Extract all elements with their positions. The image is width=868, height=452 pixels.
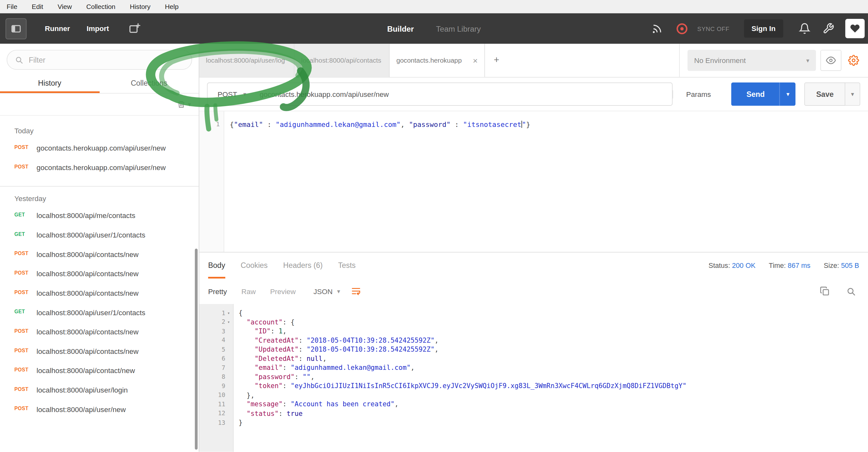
params-button[interactable]: Params (673, 90, 723, 98)
gutter-line: 12▾ (199, 409, 233, 418)
history-url: localhost:8000/api/contacts/new (36, 327, 138, 337)
satellite-icon (651, 22, 663, 34)
menu-bar: FileEditViewCollectionHistoryHelp (0, 0, 868, 13)
response-body-editor[interactable]: 1▾2▾3▾4▾5▾6▾7▾8▾9▾10▾11▾12▾13▾ { "accoun… (199, 304, 868, 452)
tab-history[interactable]: History (0, 74, 99, 93)
response-tab-body[interactable]: Body (208, 252, 225, 278)
request-tab[interactable]: gocontacts.herokuapp× (390, 44, 485, 77)
sidebar-toggle-button[interactable] (5, 18, 27, 39)
new-window-button[interactable] (125, 19, 144, 38)
history-item[interactable]: POSTlocalhost:8000/api/contacts/new (0, 283, 199, 303)
history-item[interactable]: GETlocalhost:8000/api/user/1/contacts (0, 225, 199, 245)
history-item[interactable]: POSTlocalhost:8000/api/contacts/new (0, 245, 199, 264)
method-badge: POST (14, 249, 32, 257)
response-tab-tests[interactable]: Tests (338, 252, 356, 278)
line-number: 12 (218, 410, 225, 417)
sync-status-button[interactable] (672, 19, 691, 38)
request-body-editor[interactable]: 1 {"email" : "adigunhammed.lekan@gmail.c… (199, 111, 868, 252)
tab-collections[interactable]: Collections (99, 74, 199, 93)
history-item[interactable]: GETlocalhost:8000/api/user/1/contacts (0, 303, 199, 322)
save-button[interactable]: Save (805, 83, 845, 106)
code-token: "email" (255, 364, 283, 371)
code-token: : (282, 364, 290, 371)
method-select-value: POST (218, 90, 237, 98)
history-url: localhost:8000/api/user/login (36, 385, 127, 395)
import-button[interactable]: Import (78, 20, 117, 37)
view-tab-preview[interactable]: Preview (270, 287, 296, 295)
tab-builder[interactable]: Builder (387, 13, 414, 44)
method-select[interactable]: POST ▾ (208, 83, 255, 105)
settings-gear-button[interactable] (846, 53, 861, 68)
telemetry-button[interactable] (648, 19, 666, 38)
method-badge: GET (14, 307, 32, 314)
history-item[interactable]: POSTgocontacts.herokuapp.com/api/user/ne… (0, 139, 199, 158)
code-token: : (282, 382, 290, 390)
menu-item-view[interactable]: View (58, 3, 72, 10)
stat-value: 200 OK (732, 262, 755, 269)
sign-in-button[interactable]: Sign In (744, 20, 783, 38)
stat-value: 505 B (841, 262, 859, 269)
runner-button[interactable]: Runner (36, 20, 78, 37)
code-token: "adigunhammed.lekan@gmail.com" (276, 120, 400, 128)
menu-item-help[interactable]: Help (165, 3, 179, 10)
request-tab-label: localhost:8000/api/contacts (301, 57, 382, 64)
history-item[interactable]: POSTlocalhost:8000/api/contacts/new (0, 264, 199, 283)
response-tab-cookies[interactable]: Cookies (241, 252, 268, 278)
view-tab-pretty[interactable]: Pretty (208, 287, 227, 295)
code-token: : (271, 327, 279, 335)
format-select-value: JSON (313, 287, 333, 295)
menu-item-history[interactable]: History (130, 3, 151, 10)
favorites-button[interactable] (845, 19, 865, 38)
sidebar-scrollbar[interactable] (195, 249, 198, 450)
history-item[interactable]: POSTlocalhost:8000/api/contacts/new (0, 322, 199, 342)
menu-item-edit[interactable]: Edit (32, 3, 43, 10)
environment-preview-button[interactable] (820, 50, 841, 71)
history-url: gocontacts.herokuapp.com/api/user/new (36, 143, 165, 153)
request-editor-gutter: 1 (199, 111, 224, 252)
tools-button[interactable] (819, 20, 838, 38)
code-token: : { (282, 318, 294, 326)
method-badge: POST (14, 143, 32, 150)
view-tab-raw[interactable]: Raw (241, 287, 256, 295)
stat-value: 867 ms (788, 262, 810, 269)
history-url: localhost:8000/api/user/1/contacts (36, 307, 145, 318)
history-url: localhost:8000/api/contact/new (36, 365, 135, 376)
history-item[interactable]: GETlocalhost:8000/api/me/contacts (0, 206, 199, 225)
notifications-button[interactable] (796, 20, 814, 38)
stat-label: Size: (824, 262, 839, 269)
save-dropdown-button[interactable]: ▾ (845, 83, 860, 106)
filter-input[interactable] (29, 56, 184, 64)
send-dropdown-button[interactable]: ▾ (780, 83, 796, 106)
history-url: localhost:8000/api/contacts/new (36, 249, 138, 260)
fold-arrow-icon[interactable]: ▾ (226, 320, 231, 325)
code-token: "status" (247, 410, 279, 417)
code-token: "DeletedAt" (255, 355, 299, 362)
sidebar: History Collections ▾ TodayPOSTgocontact… (0, 44, 199, 452)
copy-response-button[interactable] (816, 283, 833, 300)
history-item[interactable]: POSTlocalhost:8000/api/contact/new (0, 361, 199, 381)
search-response-button[interactable] (843, 283, 859, 299)
request-tab[interactable]: localhost:8000/api/user/log (199, 44, 294, 77)
new-tab-button[interactable]: + (485, 44, 508, 77)
code-token: " (522, 120, 526, 128)
request-tab[interactable]: localhost:8000/api/contacts (294, 44, 390, 77)
wrap-lines-button[interactable] (350, 285, 363, 298)
gutter-line: 2▾ (199, 318, 233, 327)
chevron-down-icon: ▾ (806, 57, 809, 64)
clear-history-button[interactable]: ▾ (0, 94, 199, 116)
menu-item-file[interactable]: File (7, 3, 18, 10)
history-item[interactable]: POSTlocalhost:8000/api/user/login (0, 381, 199, 400)
close-tab-icon[interactable]: × (473, 56, 478, 65)
send-button[interactable]: Send (732, 83, 780, 106)
url-input[interactable] (255, 83, 672, 105)
response-tab-headers-6[interactable]: Headers (6) (283, 252, 322, 278)
fold-arrow-icon[interactable]: ▾ (226, 310, 231, 315)
history-item[interactable]: POSTlocalhost:8000/api/user/new (0, 400, 199, 419)
history-item[interactable]: POSTlocalhost:8000/api/contacts/new (0, 342, 199, 361)
environment-select[interactable]: No Environment ▾ (687, 50, 816, 71)
history-item[interactable]: POSTgocontacts.herokuapp.com/api/user/ne… (0, 158, 199, 177)
app-body: History Collections ▾ TodayPOSTgocontact… (0, 44, 868, 452)
format-select[interactable]: JSON ▾ (313, 287, 340, 295)
tab-team-library[interactable]: Team Library (436, 13, 480, 44)
menu-item-collection[interactable]: Collection (86, 3, 115, 10)
